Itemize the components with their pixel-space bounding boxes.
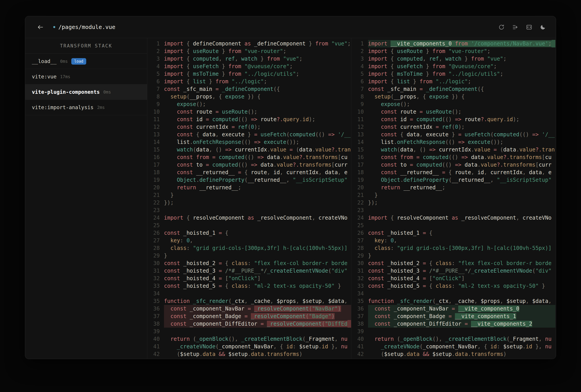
line-number: 35 [351,297,364,305]
line-number: 17 [351,161,364,168]
diff-panel-right[interactable]: 1import __vite_components_0 from '/compo… [351,38,556,359]
line-number: 36 [147,305,160,312]
line-number: 32 [351,274,364,282]
line-number: 16 [351,154,364,161]
code-line: 31const _hoisted_3 = /*#__PURE__*/_creat… [351,267,556,274]
line-number: 26 [351,229,364,237]
back-arrow-icon [37,24,44,31]
line-number: 6 [147,78,160,85]
transform-stack-item-vite-import-analysis[interactable]: vite:import-analysis2ms [25,100,147,115]
theme-toggle-button[interactable] [540,24,546,30]
code-line: 34 [351,290,556,297]
code-line: 40 return (_openBlock(), _createElementB… [147,335,351,343]
line-number: 13 [147,131,160,138]
code-line: 26const _hoisted_1 = { [351,229,556,237]
line-number: 34 [351,290,364,297]
code-line: 9 expose(); [147,100,351,108]
line-number: 33 [147,282,160,290]
line-number: 16 [147,154,160,161]
code-line: 22}); [147,199,351,206]
code-line: 3import { computed, ref, watch } from "v… [351,55,556,62]
line-number: 15 [351,146,364,154]
code-line: 25 [147,222,351,229]
code-line: 30const _hoisted_2 = { class: "flex flex… [147,260,351,267]
code-line: 15 watch(data, () => currentIdx.value = … [147,146,351,154]
line-number: 6 [351,78,364,85]
code-line: 24import { resolveComponent as _resolveC… [351,214,556,222]
line-number: 4 [351,62,364,70]
line-number: 37 [351,312,364,320]
line-number: 11 [147,116,160,123]
code-line: 1import { defineComponent as _defineComp… [147,40,351,48]
line-number: 34 [147,290,160,297]
code-line: 27 key: 0, [351,237,556,244]
transform-stack-item--load-[interactable]: __load__0msload [25,54,147,69]
code-line: 23 [147,206,351,214]
line-number: 1 [147,40,160,48]
line-number: 4 [147,62,160,70]
code-line: 37 const _component_Badge = _resolveComp… [147,312,351,320]
code-line: 38 const _component_DiffEditor = __vite_… [351,320,556,328]
code-line: 14 list.onFetchResponse(() => execute())… [147,138,351,146]
line-number: 2 [147,48,160,55]
theme-toggle-moon-icon [540,24,546,30]
line-number: 24 [351,214,364,222]
code-line: 12 const currentIdx = ref(0); [147,123,351,131]
code-line: 26const _hoisted_1 = { [147,229,351,237]
transform-stack-item-vite-plugin-components[interactable]: vite-plugin-components0ms [25,84,147,100]
transform-stack-list: __load__0msloadvite:vue17msvite-plugin-c… [25,54,147,115]
code-line: 39 [351,328,556,335]
side-by-side-diff-icon [526,24,532,30]
line-number: 31 [351,267,364,274]
transform-stack-sidebar: TRANSFORM STACK __load__0msloadvite:vue1… [25,38,147,359]
diff-view: 1import { defineComponent as _defineComp… [147,38,556,359]
module-path: /pages/module.vue [58,24,116,30]
code-line: 32const _hoisted_4 = ["onClick"] [351,274,556,282]
line-number: 29 [351,252,364,260]
code-line: 40 return (_openBlock(), _createElementB… [351,335,556,343]
line-number: 18 [351,168,364,176]
code-line: 9 expose(); [351,100,556,108]
line-number: 20 [351,184,364,191]
line-number: 12 [147,123,160,131]
code-line: 8 setup(__props, { expose }) { [147,93,351,100]
code-line: 13 const { data, execute } = useFetch(co… [351,131,556,138]
topbar-actions [498,24,546,30]
side-by-side-diff-button[interactable] [526,24,532,30]
code-line: 28 class: "grid grid-cols-[300px,3fr] h-… [351,244,556,252]
code-line: 29} [147,252,351,260]
transform-stack-item-vite-vue[interactable]: vite:vue17ms [25,69,147,84]
code-line: 20 return __returned__; [351,184,556,191]
code-line: 2import { useRoute } from "vue-router"; [351,48,556,55]
line-number: 30 [147,260,160,267]
line-number: 5 [147,70,160,78]
refresh-button[interactable] [498,24,504,30]
line-number: 31 [147,267,160,274]
line-number: 9 [351,100,364,108]
code-line: 16 const from = computed(() => data.valu… [351,154,556,161]
line-number: 7 [351,85,364,93]
line-number: 33 [351,282,364,290]
line-number: 25 [147,222,160,229]
line-number: 11 [351,116,364,123]
inline-diff-toggle-button[interactable] [512,24,518,30]
code-line: 18 const __returned__ = { route, id, cur… [351,168,556,176]
back-button[interactable] [37,24,44,31]
code-line: 7const _sfc_main = _defineComponent({ [351,85,556,93]
line-number: 42 [351,350,364,358]
code-line: 1import __vite_components_0 from '/compo… [351,40,556,48]
line-number: 21 [351,191,364,199]
code-line: 11 const id = computed(() => route?.quer… [147,116,351,123]
code-line: 31const _hoisted_3 = /*#__PURE__*/_creat… [147,267,351,274]
line-number: 22 [147,199,160,206]
code-line: 23 [351,206,556,214]
diff-panel-left[interactable]: 1import { defineComponent as _defineComp… [147,38,351,359]
plugin-name: vite:vue [32,74,56,80]
code-line: 19 Object.defineProperty(__returned__, "… [147,176,351,184]
topbar: /pages/module.vue [25,16,556,38]
line-number: 36 [351,305,364,312]
code-line: 12 const currentIdx = ref(0); [351,123,556,131]
line-number: 23 [147,206,160,214]
line-number: 41 [351,343,364,350]
line-number: 41 [147,343,160,350]
